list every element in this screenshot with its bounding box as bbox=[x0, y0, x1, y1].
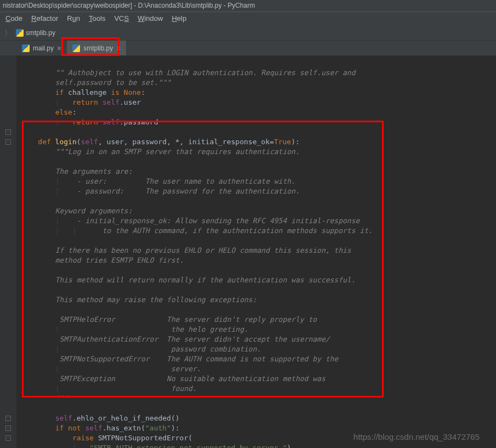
menu-refactor[interactable]: Refactor bbox=[28, 14, 61, 24]
menu-help[interactable]: Help bbox=[169, 14, 189, 24]
code-line: "" Authobject to use with LOGIN authenti… bbox=[55, 69, 356, 77]
menu-tools[interactable]: Tools bbox=[86, 14, 108, 24]
docstring: """Log in on an SMTP server that require… bbox=[55, 148, 300, 156]
editor-tabs: mail.py × smtplib.py × bbox=[0, 41, 496, 56]
fold-icon[interactable]: − bbox=[5, 129, 11, 135]
code-kw: if bbox=[55, 88, 64, 97]
chevron-icon: 〉 bbox=[4, 28, 12, 38]
fold-icon[interactable]: − bbox=[5, 435, 11, 441]
breadcrumb-label: smtplib.py bbox=[26, 29, 55, 37]
python-file-icon bbox=[22, 44, 30, 52]
close-icon[interactable]: × bbox=[57, 44, 61, 53]
fold-icon[interactable]: − bbox=[5, 139, 11, 145]
code-content[interactable]: "" Authobject to use with LOGIN authenti… bbox=[16, 56, 496, 448]
tab-mail[interactable]: mail.py × bbox=[16, 41, 67, 55]
editor[interactable]: − − − − − "" Authobject to use with LOGI… bbox=[0, 56, 496, 448]
menubar: Code Refactor Run Tools VCS Window Help bbox=[0, 12, 496, 25]
watermark: https://blog.csdn.net/qq_33472765 bbox=[354, 432, 480, 441]
menu-run[interactable]: Run bbox=[64, 14, 83, 24]
fold-icon[interactable]: − bbox=[5, 416, 11, 421]
breadcrumb: 〉 smtplib.py bbox=[0, 25, 496, 41]
breadcrumb-file[interactable]: smtplib.py bbox=[16, 29, 55, 37]
python-file-icon bbox=[16, 29, 24, 37]
close-icon[interactable]: × bbox=[116, 44, 121, 53]
tab-label: mail.py bbox=[33, 44, 54, 52]
code-line: self.password to be set.""" bbox=[55, 78, 171, 87]
tab-smtplib[interactable]: smtplib.py × bbox=[67, 41, 126, 55]
tab-label: smtplib.py bbox=[83, 44, 113, 52]
gutter: − − − − − bbox=[0, 56, 16, 448]
menu-vcs[interactable]: VCS bbox=[111, 14, 132, 24]
window-titlebar: nistrator\Desktop\spider\scrapy\weibospi… bbox=[0, 0, 496, 12]
menu-window[interactable]: Window bbox=[135, 14, 166, 24]
python-file-icon bbox=[72, 44, 80, 52]
fold-icon[interactable]: − bbox=[5, 426, 11, 431]
menu-code[interactable]: Code bbox=[3, 14, 25, 24]
title-text: nistrator\Desktop\spider\scrapy\weibospi… bbox=[3, 2, 255, 9]
